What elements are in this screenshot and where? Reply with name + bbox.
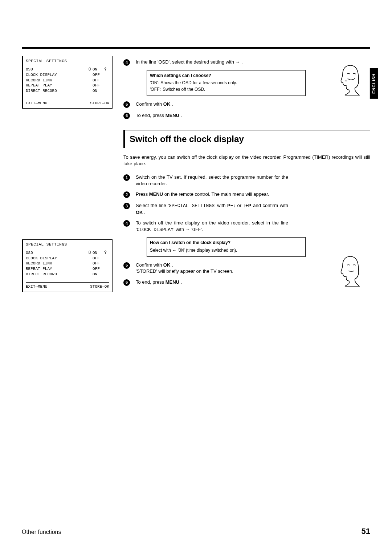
face-icon [338,63,363,96]
step: 6 To end, press MENU . [123,279,370,286]
osd-row: REPEAT PLAYOFF [26,266,109,272]
section-heading: Switch off the clock display [123,130,370,148]
step-text: To end, press MENU . [136,112,288,119]
footer-page-number: 51 [362,526,370,537]
osd-row: REPEAT PLAYOFF [26,83,109,88]
callout-line: Select with ← 'ON' (time display switche… [150,247,302,254]
step-text: Press MENU on the remote control. The ma… [136,191,288,198]
face-icon [338,254,363,287]
step: 1 Switch on the TV set. If required, sel… [123,174,370,187]
footer-section: Other functions [22,528,61,536]
step-text: In the line 'OSD', select the desired se… [136,59,288,65]
step-number-badge: 2 [123,191,130,198]
callout-line: 'ON': Shows the OSD for a few seconds on… [150,80,302,86]
step: 5 Confirm with OK . [123,101,370,108]
page: ENGLISH SPECIAL SETTINGS OSDÜONÝ CLOCK D… [0,0,392,555]
illustration-face-2 [338,254,363,289]
heading-text: Switch off the clock display [130,133,366,145]
callout-clock: How can I switch on the clock display? S… [147,237,306,256]
step: 4 In the line 'OSD', select the desired … [123,59,370,66]
osd-row: OSDÜONÝ [26,250,109,256]
step-number-badge: 5 [123,101,130,108]
step: 4 To switch off the time display on the … [123,220,370,233]
callout-line: 'OFF': Switches off the OSD. [150,86,302,92]
osd-row: RECORD LINKOFF [26,78,109,83]
step-number-badge: 1 [123,174,130,181]
callout-title: How can I switch on the clock display? [150,240,302,246]
callout-settings: Which settings can I choose? 'ON': Shows… [147,70,306,96]
step-text: Confirm with OK .'STORED' will briefly a… [136,262,288,275]
step-text: Confirm with OK . [136,101,288,108]
osd-panel-2: SPECIAL SETTINGS OSDÜONÝ CLOCK DISPLAYOF… [22,239,113,292]
step: 6 To end, press MENU . [123,112,370,119]
top-rule [22,47,370,49]
step: 5 Confirm with OK .'STORED' will briefly… [123,262,370,275]
illustration-face-1 [338,63,363,98]
step-number-badge: 5 [123,262,130,269]
osd-footer: EXIT→MENUSTORE→OK [26,284,109,289]
osd-row: CLOCK DISPLAYOFF [26,72,109,78]
osd-row: OSDÜONÝ [26,67,109,72]
step-number-badge: 6 [123,113,130,119]
step-text: To switch off the time display on the vi… [136,220,288,233]
osd-footer: EXIT→MENUSTORE→OK [26,101,109,106]
language-tab: ENGLISH [370,68,378,99]
osd-row: RECORD LINKOFF [26,261,109,266]
page-footer: Other functions 51 [22,526,370,537]
osd-row: CLOCK DISPLAYOFF [26,256,109,261]
intro-paragraph: To save energy, you can switch off the c… [123,154,370,167]
step: 3 Select the line 'SPECIAL SETTINGS' wit… [123,202,370,215]
step-number-badge: 4 [123,220,130,227]
osd-row: DIRECT RECORDON [26,272,109,277]
step: 2 Press MENU on the remote control. The … [123,191,370,198]
osd-title: SPECIAL SETTINGS [26,58,109,64]
callout-title: Which settings can I choose? [150,73,302,78]
step-text: Switch on the TV set. If required, selec… [136,174,288,187]
osd-row: DIRECT RECORDON [26,88,109,94]
step-text: To end, press MENU . [136,279,288,285]
step-number-badge: 6 [123,279,130,286]
step-number-badge: 3 [123,203,130,209]
osd-title: SPECIAL SETTINGS [26,242,109,247]
osd-panel-1: SPECIAL SETTINGS OSDÜONÝ CLOCK DISPLAYOF… [22,56,113,109]
step-number-badge: 4 [123,59,130,66]
step-text: Select the line 'SPECIAL SETTINGS' with … [136,202,288,215]
